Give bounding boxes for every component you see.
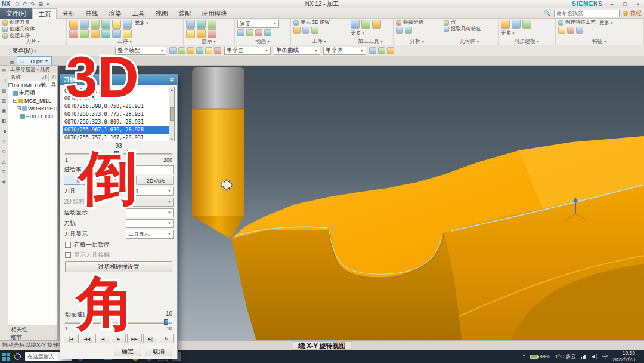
group-label-display[interactable]: 显示▼ — [184, 38, 234, 45]
point-button[interactable]: 点 — [444, 20, 496, 26]
operation-more-button[interactable]: 更多▼ — [135, 20, 149, 27]
tool-select[interactable]: 刀具▼ — [126, 187, 174, 196]
offset-region-icon[interactable] — [522, 20, 531, 29]
goto-row-selected[interactable]: GOTO/255.967,1.039,-28.928 — [63, 126, 174, 134]
feed-rate-input[interactable] — [123, 165, 174, 174]
web-browser-icon[interactable]: ○ — [2, 139, 5, 144]
operation-navigator-icon[interactable]: ▥ — [2, 99, 7, 103]
file-menu-button[interactable]: 文件(F) — [0, 8, 32, 19]
process-studio-icon[interactable]: △ — [2, 159, 5, 164]
group-label-insert[interactable]: 刀片▼ — [0, 38, 66, 45]
feature-navigator-icon[interactable] — [576, 27, 583, 34]
close-button[interactable]: × — [634, 1, 642, 7]
loop-button[interactable]: ↻ — [159, 334, 174, 343]
tutorial-button[interactable]: 教程 — [623, 9, 642, 17]
animation-speed-slider[interactable] — [65, 319, 172, 325]
show-desktop-button[interactable] — [640, 350, 642, 363]
group-label-machining-tools[interactable]: 加工工具▼ — [348, 38, 393, 45]
lock-toolpath-icon[interactable] — [123, 29, 132, 38]
simulate-machine-icon[interactable] — [91, 20, 100, 29]
start-button[interactable] — [2, 353, 10, 361]
shop-doc-icon[interactable] — [112, 20, 121, 29]
tab-tools[interactable]: 工具 — [126, 8, 150, 19]
verify-toolpath-icon[interactable] — [80, 20, 89, 29]
column-toolpath[interactable]: 刀轨 — [39, 73, 49, 81]
section-details[interactable]: 细节 — [8, 333, 57, 340]
command-finder-input[interactable] — [554, 10, 620, 17]
selection-scope-select[interactable]: 整个装配▼ — [115, 47, 166, 55]
machine-tool-navigator-icon[interactable]: ▣ — [2, 109, 7, 113]
cancel-button[interactable]: 取消 — [145, 346, 172, 356]
show-blank-icon[interactable] — [186, 29, 195, 38]
filter-face-select[interactable]: 单个面▼ — [224, 47, 271, 55]
snap-quadrant-icon[interactable] — [214, 47, 221, 54]
snap-intersection-icon[interactable] — [205, 47, 212, 54]
group-label-synchronous[interactable]: 同步建模▼ — [499, 38, 555, 45]
volume-icon[interactable]: ◄) — [590, 353, 597, 359]
tab-2d-dynamic[interactable]: 2D动态 — [138, 176, 174, 185]
progress-slider[interactable] — [65, 151, 172, 156]
create-geometry-button[interactable]: 创建几何体 — [2, 26, 64, 32]
group-label-geometry[interactable]: 几何体▼ — [441, 38, 498, 45]
measure-icon[interactable] — [396, 27, 403, 34]
create-tool-button[interactable]: 创建刀具 — [2, 20, 64, 26]
play-button[interactable]: ▶ — [112, 334, 126, 343]
tab-list-icon[interactable]: ▦ — [10, 60, 14, 65]
window-menu-icon[interactable]: ⊞ — [38, 1, 43, 7]
scroll-down-icon[interactable]: ▼ — [171, 137, 173, 141]
battery-indicator[interactable]: 99% — [530, 353, 550, 359]
group-label-analysis[interactable]: 分析▼ — [394, 38, 441, 45]
tool-display-select[interactable]: 工具显示▼ — [126, 230, 174, 239]
check-body-icon[interactable] — [311, 27, 318, 34]
group-label-animation[interactable]: 动画▼ — [235, 38, 290, 45]
show-ipw-icon[interactable] — [208, 29, 216, 38]
show-toolpath-icon[interactable] — [186, 20, 195, 29]
postprocess-icon[interactable] — [101, 20, 110, 29]
go-to-end-button[interactable]: ▶| — [143, 334, 158, 343]
motion-display-select[interactable]: ▼ — [126, 208, 174, 217]
column-tool[interactable]: 刀具 — [49, 73, 57, 81]
tab-render[interactable]: 渲染 — [103, 8, 126, 19]
tree-row-workpiece[interactable]: −WORKPIECE — [8, 104, 57, 112]
tab-assembly[interactable]: 装配 — [173, 8, 196, 19]
expander-icon[interactable]: − — [8, 83, 13, 87]
slider-handle[interactable] — [164, 319, 168, 325]
tray-expand-icon[interactable]: ^ — [522, 353, 525, 359]
toolpath-select[interactable]: ▼ — [126, 219, 174, 228]
snap-center-icon[interactable] — [196, 47, 203, 54]
pause-animation-icon[interactable] — [246, 29, 253, 36]
snap-midpoint-icon[interactable] — [187, 47, 194, 54]
goto-scrollbar[interactable]: ▲ ▼ — [169, 87, 174, 141]
undo-icon[interactable]: ↶ — [22, 1, 27, 7]
deviation-icon[interactable] — [405, 27, 412, 34]
dialog-close-icon[interactable]: ✕ — [169, 76, 174, 83]
tab-home[interactable]: 主页 — [32, 8, 57, 19]
tab-analysis[interactable]: 分析 — [57, 8, 80, 19]
tree-row-unused[interactable]: 未用项 — [8, 89, 57, 97]
highlight-icon[interactable] — [369, 47, 376, 54]
network-icon[interactable] — [581, 355, 586, 359]
restore-button[interactable]: □ — [621, 1, 629, 7]
deselect-icon[interactable] — [387, 47, 394, 54]
reuse-library-icon[interactable]: ◧ — [2, 119, 7, 124]
step-animation-icon[interactable] — [264, 29, 271, 36]
find-features-icon[interactable] — [558, 27, 565, 34]
constraint-navigator-icon[interactable]: ◫ — [2, 78, 7, 83]
show-tool-icon[interactable] — [197, 20, 206, 29]
tab-curve[interactable]: 曲线 — [80, 8, 103, 19]
tool-setup-icon[interactable] — [372, 20, 381, 29]
goto-row[interactable]: GOTO/256.5... — [63, 95, 174, 103]
column-name[interactable]: 名称 — [8, 73, 39, 81]
history-icon[interactable]: ◇ — [2, 149, 5, 154]
snap-endpoint-icon[interactable] — [178, 47, 185, 54]
synchronous-more-button[interactable]: 更多▼ — [501, 30, 515, 36]
list-toolpath-icon[interactable] — [123, 20, 132, 29]
group-label-workpiece[interactable]: 工件▼ — [291, 38, 348, 45]
hd3d-tools-icon[interactable]: ◨ — [2, 129, 7, 134]
snap-point-icon[interactable] — [169, 47, 177, 54]
goto-row[interactable]: GOTO/256.323,0.809,-28.931 — [63, 118, 174, 126]
animation-speed-select[interactable]: 速度▼ — [237, 20, 279, 28]
create-feature-process-button[interactable]: 创建特征工艺 — [558, 20, 596, 26]
move-face-icon[interactable] — [501, 20, 510, 29]
tree-row-geometry[interactable]: −GEOMETRY — [8, 81, 57, 89]
